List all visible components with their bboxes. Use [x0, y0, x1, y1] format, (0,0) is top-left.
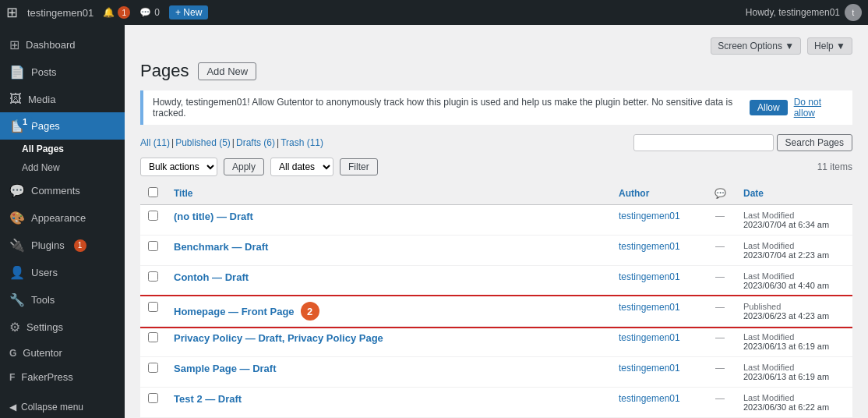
- date-label: Last Modified: [743, 363, 845, 372]
- sidebar-item-label: Appearance: [31, 212, 86, 224]
- settings-icon: ⚙: [9, 320, 20, 335]
- pages-submenu: All Pages Add New: [0, 140, 125, 177]
- author-link[interactable]: testingemen01: [619, 271, 680, 282]
- filter-button[interactable]: Filter: [340, 158, 378, 175]
- comment-count: —: [704, 388, 736, 418]
- apply-button[interactable]: Apply: [224, 158, 264, 175]
- media-icon: 🖼: [9, 92, 22, 106]
- author-link[interactable]: testingemen01: [619, 211, 680, 221]
- date-label: Published: [743, 302, 845, 311]
- select-all-checkbox[interactable]: [148, 187, 158, 197]
- sidebar-sub-all-pages[interactable]: All Pages: [22, 140, 125, 158]
- sidebar-sub-add-new[interactable]: Add New: [22, 158, 125, 177]
- date-value: 2023/06/13 at 6:19 am: [743, 372, 845, 381]
- table-row: Test 2 — Drafttestingemen01—Last Modifie…: [140, 388, 852, 418]
- author-link[interactable]: testingemen01: [619, 332, 680, 343]
- collapse-label: Collapse menu: [21, 402, 83, 413]
- date-value: 2023/07/04 at 6:34 am: [743, 220, 845, 229]
- sidebar-item-dashboard[interactable]: ⊞ Dashboard: [0, 31, 125, 58]
- filter-link-all[interactable]: All (11): [140, 137, 170, 148]
- sidebar-item-label: Posts: [31, 66, 57, 78]
- row-checkbox[interactable]: [148, 302, 158, 312]
- page-title-link[interactable]: Homepage — Front Page: [174, 306, 295, 317]
- page-title-link[interactable]: (no title) — Draft: [174, 211, 253, 222]
- sidebar-item-comments[interactable]: 💬 Comments: [0, 177, 125, 204]
- sidebar-item-label: FakerPress: [21, 371, 72, 383]
- author-link[interactable]: testingemen01: [619, 393, 680, 404]
- filter-link-trash[interactable]: Trash (11): [281, 137, 323, 148]
- sidebar-item-fakerpress[interactable]: F FakerPress: [0, 365, 125, 389]
- sidebar-item-plugins[interactable]: 🔌 Plugins 1: [0, 232, 125, 259]
- comments-item[interactable]: 💬 0: [139, 7, 160, 18]
- filter-link-drafts[interactable]: Drafts (6): [236, 137, 275, 148]
- filter-link-published[interactable]: Published (5): [175, 137, 231, 148]
- plugins-badge: 1: [74, 239, 86, 252]
- help-button[interactable]: Help ▼: [807, 37, 852, 55]
- sidebar-item-label: Media: [28, 94, 55, 105]
- page-title-link[interactable]: Contoh — Draft: [174, 271, 249, 283]
- row-checkbox[interactable]: [148, 363, 158, 373]
- sidebar-item-posts[interactable]: 📄 Posts: [0, 58, 125, 86]
- sidebar-item-users[interactable]: 👤 Users: [0, 259, 125, 286]
- comment-count: —: [704, 357, 736, 388]
- row-checkbox[interactable]: [148, 271, 158, 282]
- row-checkbox[interactable]: [148, 393, 158, 403]
- row-checkbox[interactable]: [148, 211, 158, 221]
- date-value: 2023/06/13 at 6:19 am: [743, 342, 845, 351]
- row-checkbox[interactable]: [148, 332, 158, 342]
- page-title-link[interactable]: Test 2 — Draft: [174, 393, 242, 405]
- bell-icon: 🔔: [103, 7, 115, 18]
- search-input[interactable]: [633, 134, 774, 151]
- bulk-action-row: Bulk actions Apply All dates Filter 11 i…: [140, 158, 852, 176]
- row-checkbox[interactable]: [148, 241, 158, 251]
- col-header-comment: 💬: [704, 182, 736, 205]
- do-not-allow-link[interactable]: Do not allow: [794, 97, 843, 119]
- date-label: Last Modified: [743, 211, 845, 220]
- search-pages-button[interactable]: Search Pages: [777, 134, 852, 151]
- items-count: 11 items: [817, 161, 852, 172]
- page-title-link[interactable]: Sample Page — Draft: [174, 363, 277, 374]
- notifications-item[interactable]: 🔔 1: [103, 6, 130, 19]
- author-link[interactable]: testingemen01: [619, 302, 680, 313]
- sidebar-item-gutentor[interactable]: G Gutentor: [0, 341, 125, 365]
- page-title: Pages: [140, 61, 189, 81]
- table-row: (no title) — Drafttestingemen01—Last Mod…: [140, 205, 852, 236]
- comment-count: —: [704, 296, 736, 327]
- layout: ⊞ Dashboard 📄 Posts 🖼 Media 📋 Pages 1 Al…: [0, 25, 868, 418]
- sidebar-item-label: Users: [31, 267, 58, 278]
- notice-text: Howdy, testingemen01! Allow Gutentor to …: [153, 97, 743, 119]
- sidebar-item-pages[interactable]: 📋 Pages 1: [0, 112, 125, 140]
- sidebar-item-settings[interactable]: ⚙ Settings: [0, 314, 125, 341]
- page-title-link[interactable]: Benchmark — Draft: [174, 241, 268, 253]
- table-row: Benchmark — Drafttestingemen01—Last Modi…: [140, 236, 852, 266]
- comment-count: —: [704, 236, 736, 266]
- allow-button[interactable]: Allow: [750, 100, 788, 115]
- col-header-author: Author: [611, 182, 704, 205]
- main-content: Screen Options ▼ Help ▼ Pages Add New Ho…: [125, 25, 868, 418]
- bulk-actions-select[interactable]: Bulk actions: [140, 158, 217, 176]
- add-new-button[interactable]: Add New: [198, 62, 256, 80]
- new-button[interactable]: + New: [169, 5, 208, 19]
- sidebar-item-label: Gutentor: [23, 347, 62, 359]
- author-link[interactable]: testingemen01: [619, 241, 680, 252]
- sidebar-item-tools[interactable]: 🔧 Tools: [0, 286, 125, 314]
- col-header-title[interactable]: Title: [166, 182, 611, 205]
- date-value: 2023/06/30 at 6:22 am: [743, 402, 845, 412]
- howdy-text: Howdy, testingemen01 t: [746, 4, 862, 21]
- pages-table-body: (no title) — Drafttestingemen01—Last Mod…: [140, 205, 852, 419]
- table-header-row: Title Author 💬 Date: [140, 182, 852, 205]
- author-link[interactable]: testingemen01: [619, 363, 680, 374]
- main-top-bar: Screen Options ▼ Help ▼: [140, 37, 852, 55]
- sidebar-item-appearance[interactable]: 🎨 Appearance: [0, 204, 125, 232]
- date-label: Last Modified: [743, 241, 845, 250]
- site-name[interactable]: testingemen01: [27, 7, 94, 19]
- comment-count: 0: [154, 7, 160, 18]
- pages-annotation-circle: 1: [17, 114, 33, 129]
- screen-options-button[interactable]: Screen Options ▼: [711, 37, 801, 55]
- fakerpress-icon: F: [9, 372, 15, 383]
- date-filter-select[interactable]: All dates: [270, 158, 333, 176]
- sidebar-item-media[interactable]: 🖼 Media: [0, 86, 125, 112]
- collapse-menu-button[interactable]: ◀ Collapse menu: [0, 395, 125, 418]
- comment-icon: 💬: [139, 7, 151, 18]
- page-title-link[interactable]: Privacy Policy — Draft, Privacy Policy P…: [174, 332, 383, 344]
